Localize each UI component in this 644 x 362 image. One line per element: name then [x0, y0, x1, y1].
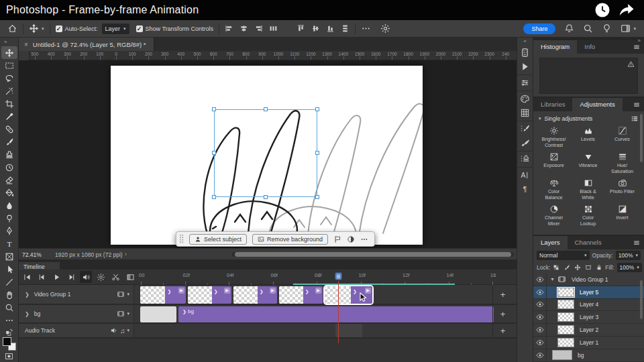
transform-handle[interactable]: [264, 195, 268, 199]
chevron-down-icon[interactable]: ▼: [550, 277, 555, 282]
chevron-right-icon[interactable]: ❯: [167, 289, 171, 294]
history-panel[interactable]: [517, 46, 533, 60]
music-note-icon[interactable]: ♫: [120, 327, 125, 335]
chevron-down-icon[interactable]: ▾: [127, 292, 129, 297]
bg-clip-thumbnail[interactable]: [140, 306, 176, 322]
layer-row-layer-3[interactable]: Layer 3: [533, 311, 644, 324]
remove-background-button[interactable]: Remove background: [252, 234, 328, 245]
layer-row-layer-4[interactable]: Layer 4: [533, 299, 644, 312]
next-frame-button[interactable]: [65, 271, 77, 283]
layer-row-bg[interactable]: bg: [533, 349, 644, 362]
adjustment-black-white[interactable]: Black & White: [571, 177, 605, 203]
line-tool[interactable]: [1, 276, 17, 288]
chevron-right-icon[interactable]: ❯: [25, 311, 30, 317]
adjustment-color-balance[interactable]: Color Balance: [537, 177, 571, 203]
paragraph-panel[interactable]: ¶: [517, 182, 533, 196]
layer-thumbnail[interactable]: [557, 312, 574, 322]
paint-bucket-tool[interactable]: [1, 186, 17, 199]
character-panel[interactable]: A: [517, 168, 533, 182]
layer-thumbnail[interactable]: [552, 350, 572, 360]
adjustment-invert[interactable]: Invert: [605, 203, 639, 229]
notifications-bell-icon[interactable]: [564, 23, 574, 34]
adjustment-channel-mixer[interactable]: Channel Mixer: [537, 203, 571, 229]
expand-panels-icon[interactable]: «: [523, 38, 526, 46]
film-icon[interactable]: [117, 310, 125, 318]
brush-tool[interactable]: [1, 135, 17, 148]
brushes-panel[interactable]: [517, 136, 533, 150]
zoom-tool[interactable]: [1, 301, 17, 314]
previous-frame-button[interactable]: [36, 271, 48, 283]
transform-handle[interactable]: [315, 107, 319, 111]
share-button[interactable]: Share: [523, 23, 555, 34]
add-bg-media-button[interactable]: +: [492, 305, 513, 322]
history-brush-tool[interactable]: [1, 161, 17, 174]
video-group-track-header[interactable]: ❯ Video Group 1 ▾: [19, 285, 134, 304]
layers-scrollbar[interactable]: [640, 280, 643, 319]
blend-mode-dropdown[interactable]: Normal ▾: [537, 251, 590, 260]
scrollbar-thumb[interactable]: [235, 252, 511, 257]
brush-settings-panel[interactable]: [517, 122, 533, 136]
visibility-eye-icon[interactable]: [533, 349, 547, 361]
transform-handle[interactable]: [212, 195, 216, 199]
properties-panel[interactable]: [517, 76, 533, 90]
panel-menu-icon[interactable]: [633, 239, 641, 247]
warning-icon[interactable]: [627, 60, 635, 68]
video-clip-3[interactable]: ❯▶: [233, 286, 277, 304]
hand-tool[interactable]: [1, 288, 17, 301]
transform-handle[interactable]: [315, 195, 319, 199]
timeline-ruler[interactable]: 0002f04f06f08f10f12f14f16: [134, 269, 517, 285]
video-clip-4[interactable]: ❯▶: [279, 286, 323, 304]
fill-dropdown[interactable]: 100% ▾: [617, 263, 642, 272]
path-selection-tool[interactable]: [1, 263, 17, 276]
align-center-horizontal-icon[interactable]: [239, 24, 248, 33]
chevron-down-icon[interactable]: ▾: [127, 311, 129, 316]
marquee-tool[interactable]: [1, 59, 17, 72]
chevron-right-icon[interactable]: ❯: [353, 289, 357, 294]
adjustments-scrollbar[interactable]: [640, 114, 643, 162]
lock-pixels-brush-icon[interactable]: [564, 264, 570, 271]
distribute-vertical-icon[interactable]: [341, 24, 350, 33]
panel-menu-icon[interactable]: [633, 43, 641, 51]
layer-row-video-group-1[interactable]: ▼Video Group 1: [533, 274, 644, 286]
crop-tool[interactable]: [1, 97, 17, 110]
foreground-background-swatches[interactable]: [3, 337, 16, 351]
move-tool[interactable]: [1, 46, 17, 59]
chevron-right-icon[interactable]: ❯: [214, 289, 218, 294]
audio-track-header[interactable]: Audio Track ♫ ▾: [19, 324, 134, 337]
chevron-right-icon[interactable]: ❯: [25, 292, 30, 298]
clone-source-panel[interactable]: [517, 152, 533, 166]
search-icon[interactable]: [583, 23, 593, 34]
visibility-eye-icon[interactable]: [533, 337, 547, 349]
visibility-eye-icon[interactable]: [533, 299, 547, 311]
chevron-down-icon[interactable]: ▾: [539, 116, 541, 121]
list-view-icon[interactable]: [631, 115, 639, 123]
type-tool[interactable]: T: [1, 237, 17, 250]
collapse-dock-icon[interactable]: »: [638, 38, 641, 44]
transform-handle[interactable]: [264, 107, 268, 111]
auto-select-checkbox[interactable]: ✓ Auto-Select:: [56, 25, 98, 32]
zoom-level[interactable]: 72.41%: [22, 251, 42, 258]
eyedropper-tool[interactable]: [1, 110, 17, 123]
transform-handle[interactable]: [212, 107, 216, 111]
pen-tool[interactable]: [1, 225, 17, 237]
layer-thumbnail[interactable]: [557, 338, 574, 347]
layer-thumbnail[interactable]: [557, 288, 574, 297]
select-subject-button[interactable]: Select subject: [189, 234, 247, 245]
playhead-marker[interactable]: [335, 272, 342, 280]
tab-channels[interactable]: Channels: [568, 236, 609, 249]
tab-histogram[interactable]: Histogram: [533, 40, 577, 54]
clone-stamp-tool[interactable]: [1, 148, 17, 161]
tab-layers[interactable]: Layers: [533, 236, 568, 249]
layer-row-layer-5[interactable]: Layer 5: [533, 286, 644, 299]
status-chevron-icon[interactable]: ›: [125, 251, 127, 257]
align-right-icon[interactable]: [254, 24, 263, 33]
opacity-dropdown[interactable]: 100% ▾: [616, 251, 641, 260]
dodge-tool[interactable]: [1, 212, 17, 225]
lock-all-icon[interactable]: [596, 264, 602, 271]
show-transform-checkbox[interactable]: ✓ Show Transform Controls: [136, 25, 214, 32]
color-panel[interactable]: [517, 92, 533, 106]
ruler-origin-corner[interactable]: [19, 51, 30, 60]
discover-lightbulb-icon[interactable]: [602, 23, 612, 34]
adjustment-hue-saturation[interactable]: Hue/ Saturation: [605, 151, 639, 177]
chevron-right-icon[interactable]: ❯: [260, 289, 264, 294]
